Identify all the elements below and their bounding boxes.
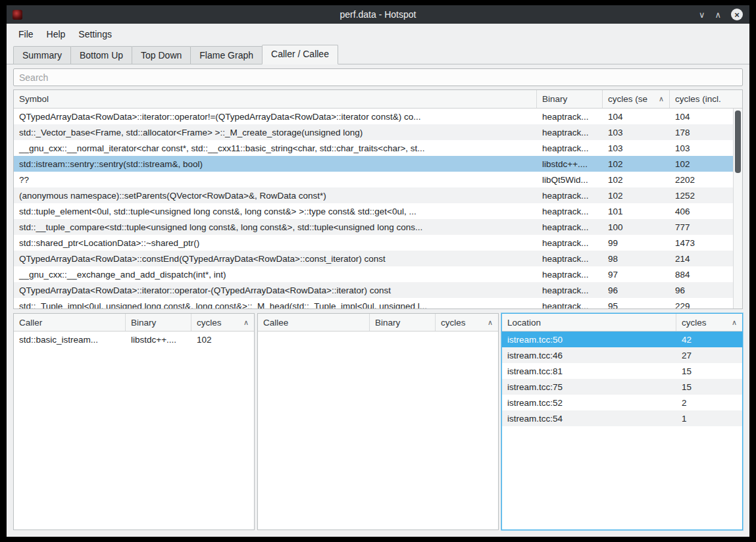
cell: std::_Tuple_impl<0ul, unsigned long cons…	[14, 301, 537, 309]
callee-panel-header: Callee Binary cycles ∧	[258, 314, 498, 332]
scrollbar-thumb[interactable]	[735, 111, 741, 173]
table-row[interactable]: ??libQt5Wid...1022202	[14, 172, 742, 187]
table-row[interactable]: std::shared_ptr<LocationData>::~shared_p…	[14, 235, 742, 251]
cell: heaptrack...	[537, 143, 603, 153]
list-item[interactable]: istream.tcc:5042	[502, 332, 742, 347]
list-item[interactable]: istream.tcc:8115	[502, 363, 742, 379]
table-row[interactable]: std::__tuple_compare<std::tuple<unsigned…	[14, 219, 742, 235]
cell: heaptrack...	[537, 191, 603, 201]
cell: 178	[670, 128, 742, 137]
column-header-cycles[interactable]: cycles ∧	[436, 314, 498, 331]
table-row[interactable]: QTypedArrayData<RowData>::constEnd(QType…	[14, 251, 742, 266]
menu-file[interactable]: File	[12, 26, 40, 43]
minimize-button[interactable]: ∨	[699, 11, 705, 19]
cell: 104	[603, 112, 670, 122]
column-header-cycles[interactable]: cycles ∧	[191, 314, 254, 331]
symbol-table: Symbol Binary cycles (se ∧ cycles (incl.…	[13, 89, 743, 309]
cell: 42	[676, 335, 742, 345]
close-button[interactable]: ×	[731, 9, 743, 20]
search-bar	[7, 64, 749, 89]
tab-summary[interactable]: Summary	[13, 46, 71, 64]
table-row[interactable]: std::_Vector_base<Frame, std::allocator<…	[14, 124, 742, 140]
column-label: cycles	[441, 318, 466, 328]
cell: 1	[676, 414, 742, 424]
cell: __gnu_cxx::__exchange_and_add_dispatch(i…	[14, 270, 537, 280]
column-label: cycles (se	[608, 94, 647, 104]
cell: istream.tcc:50	[502, 335, 676, 345]
column-header-callee[interactable]: Callee	[258, 314, 370, 331]
cell: 104	[670, 112, 742, 122]
column-header-binary[interactable]: Binary	[537, 90, 603, 108]
list-item[interactable]: std::basic_istream...libstdc++....102	[14, 332, 254, 347]
cell: (anonymous namespace)::setParents(QVecto…	[14, 191, 537, 201]
caller-panel: Caller Binary cycles ∧ std::basic_istrea…	[13, 313, 255, 530]
column-label: Location	[507, 318, 541, 328]
cell: 102	[603, 175, 670, 185]
table-row[interactable]: __gnu_cxx::__normal_iterator<char const*…	[14, 140, 742, 156]
tab-top-down[interactable]: Top Down	[132, 46, 191, 64]
cell: 884	[670, 270, 742, 280]
table-row[interactable]: QTypedArrayData<RowData>::iterator::oper…	[14, 109, 742, 124]
cell: 102	[191, 335, 254, 345]
cell: 98	[603, 254, 670, 264]
column-label: Symbol	[19, 94, 49, 104]
cell: 102	[603, 191, 670, 201]
tab-flame-graph[interactable]: Flame Graph	[190, 46, 263, 64]
cell: 406	[670, 207, 742, 216]
cell: std::shared_ptr<LocationData>::~shared_p…	[14, 238, 537, 248]
cell: 103	[603, 128, 670, 137]
column-header-cycles-incl[interactable]: cycles (incl.	[670, 90, 742, 108]
cell: 96	[603, 285, 670, 295]
column-label: Binary	[542, 94, 567, 104]
callee-table-body	[258, 332, 498, 530]
tab-caller-callee[interactable]: Caller / Callee	[262, 45, 338, 64]
cell: heaptrack...	[537, 222, 603, 232]
cell: 96	[670, 285, 742, 295]
cell: libstdc++....	[537, 159, 603, 169]
list-item[interactable]: istream.tcc:522	[502, 395, 742, 410]
cell: 100	[603, 222, 670, 232]
cell: __gnu_cxx::__normal_iterator<char const*…	[14, 143, 537, 153]
column-label: cycles	[197, 318, 222, 328]
cell: 101	[603, 207, 670, 216]
main-table-body: QTypedArrayData<RowData>::iterator::oper…	[14, 109, 742, 308]
cell: 229	[670, 301, 742, 309]
location-panel-header: Location cycles ∧	[502, 314, 742, 332]
tab-bottom-up[interactable]: Bottom Up	[70, 46, 132, 64]
column-header-binary[interactable]: Binary	[370, 314, 436, 331]
column-header-cycles[interactable]: cycles ∧	[676, 314, 742, 331]
cell: 1252	[670, 191, 742, 201]
column-header-caller[interactable]: Caller	[14, 314, 126, 331]
table-row[interactable]: __gnu_cxx::__exchange_and_add_dispatch(i…	[14, 266, 742, 282]
column-header-binary[interactable]: Binary	[126, 314, 191, 331]
menu-help[interactable]: Help	[40, 26, 72, 43]
sort-ascending-icon: ∧	[484, 318, 493, 327]
menu-bar: FileHelpSettings	[7, 24, 749, 45]
table-row[interactable]: std::istream::sentry::sentry(std::istrea…	[14, 156, 742, 172]
list-item[interactable]: istream.tcc:541	[502, 410, 742, 426]
cell: 1473	[670, 238, 742, 248]
column-header-cycles-self[interactable]: cycles (se ∧	[603, 90, 670, 108]
main-table-header: Symbol Binary cycles (se ∧ cycles (incl.	[14, 90, 742, 109]
column-label: Callee	[263, 318, 288, 328]
cell: istream.tcc:54	[502, 414, 676, 424]
list-item[interactable]: istream.tcc:4627	[502, 347, 742, 363]
app-window: perf.data - Hotspot ∨ ∧ × FileHelpSettin…	[7, 5, 749, 537]
maximize-button[interactable]: ∧	[715, 11, 721, 19]
window-title: perf.data - Hotspot	[7, 9, 749, 20]
vertical-scrollbar[interactable]	[733, 109, 742, 308]
table-row[interactable]: (anonymous namespace)::setParents(QVecto…	[14, 187, 742, 203]
cell: istream.tcc:75	[502, 382, 676, 392]
search-input[interactable]	[13, 68, 743, 86]
column-header-location[interactable]: Location	[502, 314, 676, 331]
location-table-body: istream.tcc:5042istream.tcc:4627istream.…	[502, 332, 742, 530]
cell: heaptrack...	[537, 301, 603, 309]
menu-settings[interactable]: Settings	[72, 26, 118, 43]
table-row[interactable]: QTypedArrayData<RowData>::iterator::oper…	[14, 282, 742, 298]
table-row[interactable]: std::_Tuple_impl<0ul, unsigned long cons…	[14, 298, 742, 308]
cell: 95	[603, 301, 670, 309]
table-row[interactable]: std::tuple_element<0ul, std::tuple<unsig…	[14, 203, 742, 219]
column-header-symbol[interactable]: Symbol	[14, 90, 537, 108]
list-item[interactable]: istream.tcc:7515	[502, 379, 742, 395]
location-panel: Location cycles ∧ istream.tcc:5042istrea…	[501, 313, 743, 530]
